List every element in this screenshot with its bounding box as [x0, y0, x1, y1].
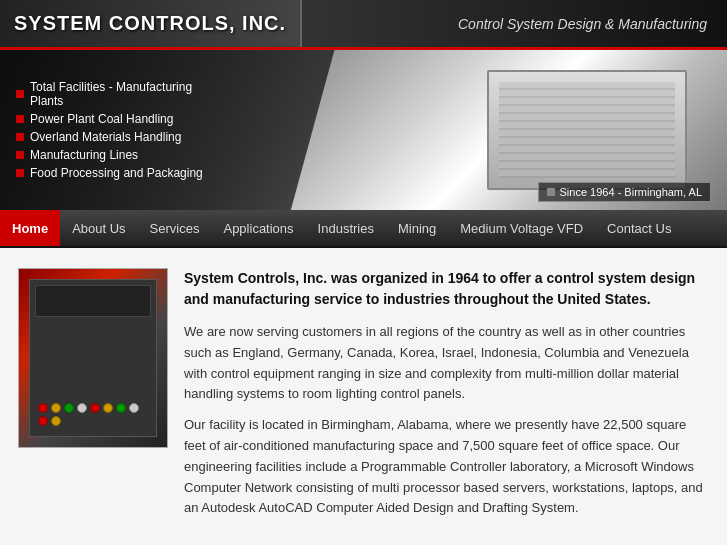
list-item: Total Facilities - Manufacturing Plants	[16, 78, 224, 110]
bullet-icon	[16, 90, 24, 98]
panel-button-green2	[116, 403, 126, 413]
panel-button-yellow3	[51, 416, 61, 426]
panel-button-white2	[129, 403, 139, 413]
nav-item-services[interactable]: Services	[138, 210, 212, 246]
bullet-icon	[16, 133, 24, 141]
list-item: Manufacturing Lines	[16, 146, 224, 164]
panel-buttons	[38, 403, 148, 426]
main-text-block: System Controls, Inc. was organized in 1…	[184, 268, 709, 529]
site-header: SYSTEM CONTROLS, INC. Control System Des…	[0, 0, 727, 50]
site-tagline: Control System Design & Manufacturing	[302, 0, 727, 47]
since-icon	[547, 188, 555, 196]
hero-section: Total Facilities - Manufacturing Plants …	[0, 50, 727, 210]
paragraph-2: Our facility is located in Birmingham, A…	[184, 415, 709, 519]
list-item: Food Processing and Packaging	[16, 164, 224, 182]
site-logo: SYSTEM CONTROLS, INC.	[14, 12, 286, 35]
logo-container: SYSTEM CONTROLS, INC.	[0, 0, 302, 47]
hero-list: Total Facilities - Manufacturing Plants …	[16, 78, 224, 182]
bullet-icon	[16, 169, 24, 177]
panel-button-white	[77, 403, 87, 413]
panel-button-red	[38, 403, 48, 413]
main-navigation: Home About Us Services Applications Indu…	[0, 210, 727, 248]
bullet-icon	[16, 151, 24, 159]
content-image	[18, 268, 168, 448]
nav-item-industries[interactable]: Industries	[306, 210, 386, 246]
bullet-icon	[16, 115, 24, 123]
paragraph-1: We are now serving customers in all regi…	[184, 322, 709, 405]
panel-button-red3	[38, 416, 48, 426]
nav-item-home[interactable]: Home	[0, 210, 60, 246]
panel-button-red2	[90, 403, 100, 413]
nav-item-contact-us[interactable]: Contact Us	[595, 210, 683, 246]
since-badge: Since 1964 - Birmingham, AL	[538, 182, 711, 202]
intro-heading: System Controls, Inc. was organized in 1…	[184, 268, 709, 310]
list-item: Power Plant Coal Handling	[16, 110, 224, 128]
nav-item-about-us[interactable]: About Us	[60, 210, 137, 246]
nav-item-medium-voltage[interactable]: Medium Voltage VFD	[448, 210, 595, 246]
machine-detail	[487, 70, 687, 190]
main-content: System Controls, Inc. was organized in 1…	[0, 248, 727, 545]
panel-button-yellow	[51, 403, 61, 413]
list-item: Overland Materials Handling	[16, 128, 224, 146]
hero-content: Total Facilities - Manufacturing Plants …	[0, 50, 240, 210]
nav-item-mining[interactable]: Mining	[386, 210, 448, 246]
panel-button-yellow2	[103, 403, 113, 413]
control-panel	[29, 279, 157, 437]
nav-item-applications[interactable]: Applications	[211, 210, 305, 246]
panel-button-green	[64, 403, 74, 413]
